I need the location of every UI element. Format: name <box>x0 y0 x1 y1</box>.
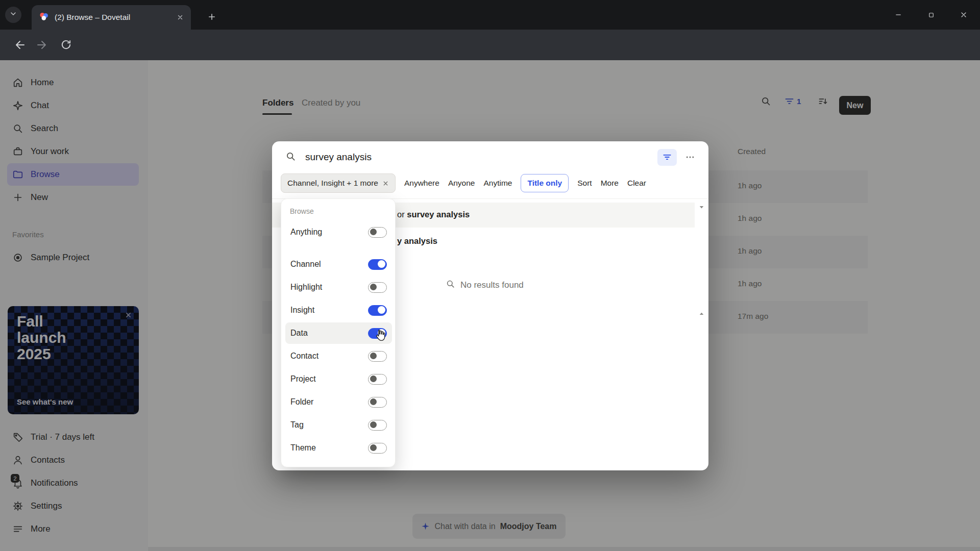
toggle-label: Folder <box>290 397 313 407</box>
suggestion-query: survey analysis <box>407 210 470 219</box>
empty-state: No results found <box>446 279 524 291</box>
chip-anytime[interactable]: Anytime <box>483 179 512 188</box>
tab-close-icon[interactable] <box>177 14 184 21</box>
scroll-up-icon[interactable] <box>698 204 705 213</box>
toggle-label: Data <box>290 329 308 338</box>
chip-anywhere[interactable]: Anywhere <box>404 179 439 188</box>
window-minimize-button[interactable] <box>882 0 915 30</box>
search-input[interactable] <box>304 151 649 163</box>
anything-toggle[interactable] <box>368 227 387 238</box>
toggle-label: Theme <box>290 443 316 453</box>
modal-filter-button[interactable] <box>657 149 677 166</box>
chip-title-only[interactable]: Title only <box>521 174 569 192</box>
toggle-row-project[interactable]: Project <box>285 368 392 390</box>
back-button[interactable] <box>14 39 26 51</box>
suggestion-row-partial[interactable]: y analysis <box>397 236 437 246</box>
toggle-label: Project <box>290 374 316 384</box>
toggle-row-contact[interactable]: Contact <box>285 345 392 367</box>
dropdown-heading: Browse <box>290 207 314 215</box>
toggle-row-highlight[interactable]: Highlight <box>285 277 392 298</box>
contact-toggle[interactable] <box>368 351 387 362</box>
toggle-row-anything[interactable]: Anything <box>285 221 392 243</box>
window-close-button[interactable] <box>947 0 980 30</box>
chip-types-selected[interactable]: Channel, Insight + 1 more <box>281 173 396 193</box>
chip-more[interactable]: More <box>601 179 619 188</box>
chip-remove-icon[interactable] <box>382 180 389 187</box>
scroll-down-icon[interactable] <box>698 310 705 319</box>
window-maximize-button[interactable] <box>915 0 947 30</box>
toggle-label: Anything <box>290 228 322 237</box>
tag-toggle[interactable] <box>368 420 387 431</box>
toggle-row-theme[interactable]: Theme <box>285 437 392 459</box>
forward-button[interactable] <box>36 39 48 51</box>
toggle-row-channel[interactable]: Channel <box>285 254 392 275</box>
modal-more-icon[interactable] <box>685 152 695 162</box>
chip-label: Channel, Insight + 1 more <box>287 179 378 188</box>
empty-state-label: No results found <box>460 280 524 290</box>
dovetail-favicon <box>39 11 49 23</box>
toggle-label: Contact <box>290 352 318 361</box>
insight-toggle[interactable] <box>368 305 387 316</box>
browser-tab[interactable]: (2) Browse – Dovetail <box>32 5 191 30</box>
highlight-toggle[interactable] <box>368 282 387 293</box>
toggle-label: Tag <box>290 420 304 430</box>
suggestion-prefix: or <box>397 210 407 219</box>
toggle-label: Insight <box>290 306 314 315</box>
search-icon <box>446 279 455 291</box>
toggle-row-folder[interactable]: Folder <box>285 391 392 413</box>
tab-title: (2) Browse – Dovetail <box>55 13 171 22</box>
toggle-label: Channel <box>290 260 321 269</box>
browser-toolbar: moodjoy-team-2h2v.dovetail.com/browse/fo… <box>0 30 980 60</box>
filter-chip-row: Channel, Insight + 1 more Anywhere Anyon… <box>281 173 646 193</box>
channel-toggle[interactable] <box>368 259 387 270</box>
mouse-cursor <box>374 329 387 344</box>
chip-anyone[interactable]: Anyone <box>448 179 475 188</box>
tab-search-button[interactable] <box>5 7 21 23</box>
new-tab-button[interactable] <box>204 9 219 24</box>
project-toggle[interactable] <box>368 374 387 385</box>
search-icon <box>285 151 296 164</box>
toggle-row-tag[interactable]: Tag <box>285 414 392 436</box>
chip-sort[interactable]: Sort <box>577 179 592 188</box>
reload-button[interactable] <box>60 39 72 51</box>
screen: (2) Browse – Dovetail <box>0 0 980 551</box>
toggle-row-insight[interactable]: Insight <box>285 299 392 321</box>
modal-search-bar <box>272 141 708 173</box>
toggle-label: Highlight <box>290 283 322 292</box>
chip-clear[interactable]: Clear <box>627 179 646 188</box>
chevron-down-icon <box>9 10 17 20</box>
theme-toggle[interactable] <box>368 443 387 454</box>
folder-toggle[interactable] <box>368 397 387 408</box>
browser-tabstrip: (2) Browse – Dovetail <box>0 0 980 30</box>
